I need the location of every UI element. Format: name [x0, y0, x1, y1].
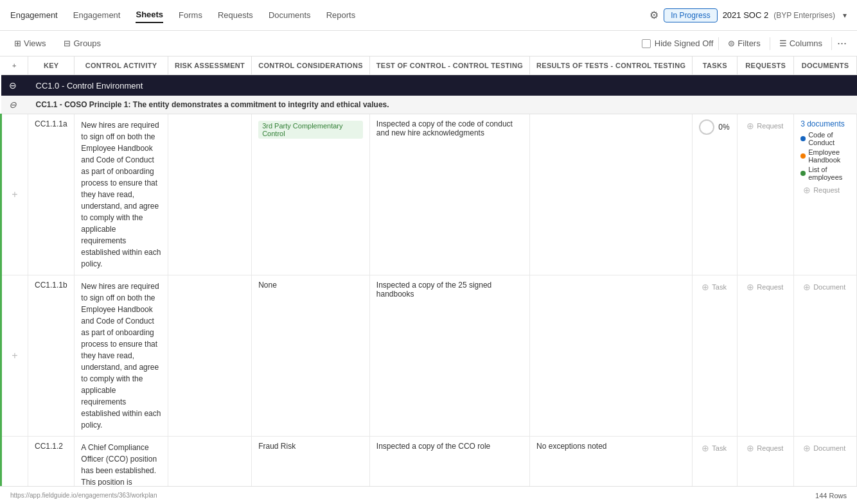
- th-considerations: Control Considerations: [252, 56, 370, 75]
- row-risk: [168, 275, 251, 437]
- th-add[interactable]: +: [1, 56, 28, 75]
- add-task-btn[interactable]: ⊕ Task: [699, 281, 730, 293]
- more-options-button[interactable]: ···: [837, 37, 847, 50]
- row-documents[interactable]: ⊕ Document: [794, 437, 857, 487]
- add-doc-icon: ⊕: [803, 443, 811, 453]
- row-activity: A Chief Compliance Officer (CCO) positio…: [75, 437, 168, 487]
- row-key: CC1.1.2: [28, 437, 75, 487]
- subgroup-collapse-icon[interactable]: ⊖: [9, 100, 17, 110]
- add-task-btn[interactable]: ⊕ Task: [699, 442, 730, 455]
- doc-count[interactable]: 3 documents: [800, 119, 850, 128]
- add-request-doc-btn[interactable]: ⊕ Request: [800, 184, 850, 196]
- project-name: 2021 SOC 2: [723, 10, 769, 20]
- add-request-icon: ⊕: [747, 121, 754, 131]
- row-add-cell[interactable]: +: [1, 437, 28, 487]
- doc-item-2[interactable]: Employee Handbook: [800, 148, 850, 164]
- row-documents[interactable]: ⊕ Document: [794, 275, 857, 437]
- row-add-cell[interactable]: +: [1, 275, 28, 437]
- th-tasks: Tasks: [693, 56, 738, 75]
- main-table: + Key Control Activity Risk Assessment C…: [0, 56, 857, 486]
- toolbar-right: Hide Signed Off ⊜ Filters ☰ Columns ···: [642, 36, 847, 51]
- row-add-icon[interactable]: +: [12, 350, 17, 361]
- row-add-icon[interactable]: +: [12, 189, 17, 200]
- doc-label-3: List of employees: [808, 166, 850, 181]
- row-requests[interactable]: ⊕ Request: [738, 114, 794, 275]
- doc-dot-orange: [800, 153, 806, 159]
- toolbar-left: ⊞ Views ⊟ Groups: [10, 36, 632, 51]
- add-request-btn[interactable]: ⊕ Request: [744, 442, 787, 455]
- th-key: Key: [28, 56, 75, 75]
- doc-label-1: Code of Conduct: [808, 131, 850, 146]
- filter-icon: ⊜: [728, 39, 735, 48]
- doc-item-1[interactable]: Code of Conduct: [800, 131, 850, 146]
- nav-documents[interactable]: Documents: [269, 8, 311, 22]
- collapse-icon[interactable]: ⊖: [9, 80, 17, 91]
- groups-icon: ⊟: [64, 39, 71, 48]
- progress-cell: 0%: [699, 119, 730, 135]
- subgroup-collapse-cell[interactable]: ⊖: [1, 96, 28, 114]
- add-req-icon: ⊕: [747, 282, 754, 292]
- progress-circle: [699, 119, 714, 135]
- subgroup-header-label: CC1.1 - COSO Principle 1: The entity dem…: [28, 96, 857, 114]
- groups-button[interactable]: ⊟ Groups: [60, 36, 105, 51]
- bottom-url: https://app.fieldguide.io/engagements/36…: [10, 492, 157, 499]
- row-tasks[interactable]: ⊕ Task: [693, 275, 738, 437]
- columns-button[interactable]: ☰ Columns: [775, 36, 826, 51]
- filters-label: Filters: [738, 39, 760, 48]
- views-button[interactable]: ⊞ Views: [10, 36, 49, 51]
- columns-label: Columns: [790, 39, 822, 48]
- gear-button[interactable]: ⚙: [649, 9, 658, 21]
- row-risk: [168, 114, 251, 275]
- table-header: + Key Control Activity Risk Assessment C…: [1, 56, 857, 75]
- row-requests[interactable]: ⊕ Request: [738, 437, 794, 487]
- divider-2: [770, 37, 770, 50]
- row-key: CC1.1.1a: [28, 114, 75, 275]
- add-req-icon: ⊕: [747, 443, 754, 453]
- table-row: + CC1.1.1a New hires are required to sig…: [1, 114, 857, 275]
- nav-left: Engagement Engagement Sheets Forms Reque…: [10, 7, 649, 23]
- add-icon[interactable]: +: [12, 62, 17, 69]
- row-tasks[interactable]: ⊕ Task: [693, 437, 738, 487]
- nav-engagement[interactable]: Engagement: [73, 8, 121, 22]
- th-risk: Risk Assessment: [168, 56, 251, 75]
- project-sub: (BYP Enterprises): [773, 11, 835, 20]
- groups-label: Groups: [73, 39, 101, 48]
- row-documents: 3 documents Code of Conduct Employee Han…: [794, 114, 857, 275]
- add-doc-icon: ⊕: [803, 282, 811, 292]
- doc-item-3[interactable]: List of employees: [800, 166, 850, 181]
- project-dropdown-arrow[interactable]: ▾: [843, 11, 847, 20]
- hide-signed-label[interactable]: Hide Signed Off: [642, 39, 714, 48]
- hide-signed-checkbox[interactable]: [642, 39, 651, 48]
- row-activity: New hires are required to sign off on bo…: [75, 114, 168, 275]
- table-container: + Key Control Activity Risk Assessment C…: [0, 56, 857, 486]
- add-request-btn[interactable]: ⊕ Request: [744, 281, 787, 293]
- nav-sheets[interactable]: Sheets: [136, 7, 163, 23]
- columns-icon: ☰: [779, 39, 787, 48]
- add-document-btn[interactable]: ⊕ Document: [800, 442, 850, 455]
- views-label: Views: [24, 39, 46, 48]
- row-add-cell[interactable]: +: [1, 114, 28, 275]
- nav-right: ⚙ In Progress 2021 SOC 2 (BYP Enterprise…: [649, 8, 847, 22]
- grid-icon: ⊞: [14, 39, 21, 48]
- nav-requests[interactable]: Requests: [218, 8, 253, 22]
- group-collapse-cell[interactable]: ⊖: [1, 75, 28, 96]
- nav-reports[interactable]: Reports: [326, 8, 356, 22]
- row-requests[interactable]: ⊕ Request: [738, 275, 794, 437]
- th-test: Test of Control - Control Testing: [369, 56, 529, 75]
- add-request-btn[interactable]: ⊕ Request: [744, 119, 787, 132]
- divider-3: [831, 37, 832, 50]
- add-task-icon: ⊕: [702, 443, 709, 453]
- top-nav: Engagement Engagement Sheets Forms Reque…: [0, 0, 857, 31]
- table-row: + CC1.1.2 A Chief Compliance Officer (CC…: [1, 437, 857, 487]
- table-row: + CC1.1.1b New hires are required to sig…: [1, 275, 857, 437]
- filters-button[interactable]: ⊜ Filters: [724, 36, 764, 51]
- hide-signed-text: Hide Signed Off: [655, 39, 714, 48]
- toolbar: ⊞ Views ⊟ Groups Hide Signed Off ⊜ Filte…: [0, 31, 857, 56]
- nav-forms[interactable]: Forms: [179, 8, 202, 22]
- subgroup-header-cc11: ⊖ CC1.1 - COSO Principle 1: The entity d…: [1, 96, 857, 114]
- status-badge[interactable]: In Progress: [664, 8, 717, 22]
- add-document-btn[interactable]: ⊕ Document: [800, 281, 850, 293]
- row-tasks: 0%: [693, 114, 738, 275]
- row-test: Inspected a copy of the code of conduct …: [369, 114, 529, 275]
- doc-dot-blue: [800, 136, 806, 141]
